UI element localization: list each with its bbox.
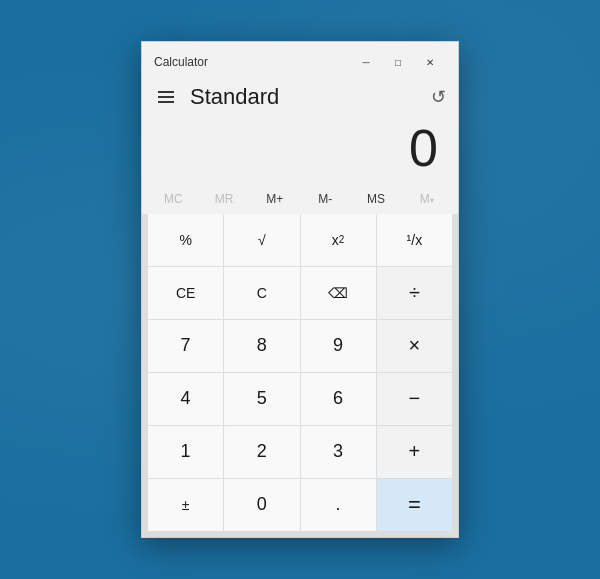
- negate-button[interactable]: ±: [148, 479, 223, 531]
- three-button[interactable]: 3: [301, 426, 376, 478]
- button-grid: % √ x2 ¹/x CE C ⌫ ÷ 7 8 9 × 4 5 6 − 1 2 …: [142, 214, 458, 537]
- seven-button[interactable]: 7: [148, 320, 223, 372]
- decimal-button[interactable]: .: [301, 479, 376, 531]
- nine-button[interactable]: 9: [301, 320, 376, 372]
- five-button[interactable]: 5: [224, 373, 299, 425]
- reciprocal-button[interactable]: ¹/x: [377, 214, 452, 266]
- divide-button[interactable]: ÷: [377, 267, 452, 319]
- sqrt-button[interactable]: √: [224, 214, 299, 266]
- two-button[interactable]: 2: [224, 426, 299, 478]
- multiply-button[interactable]: ×: [377, 320, 452, 372]
- subtract-button[interactable]: −: [377, 373, 452, 425]
- ce-button[interactable]: CE: [148, 267, 223, 319]
- add-button[interactable]: +: [377, 426, 452, 478]
- percent-button[interactable]: %: [148, 214, 223, 266]
- clear-button[interactable]: C: [224, 267, 299, 319]
- six-button[interactable]: 6: [301, 373, 376, 425]
- four-button[interactable]: 4: [148, 373, 223, 425]
- one-button[interactable]: 1: [148, 426, 223, 478]
- zero-button[interactable]: 0: [224, 479, 299, 531]
- square-button[interactable]: x2: [301, 214, 376, 266]
- eight-button[interactable]: 8: [224, 320, 299, 372]
- equals-button[interactable]: =: [377, 479, 452, 531]
- backspace-button[interactable]: ⌫: [301, 267, 376, 319]
